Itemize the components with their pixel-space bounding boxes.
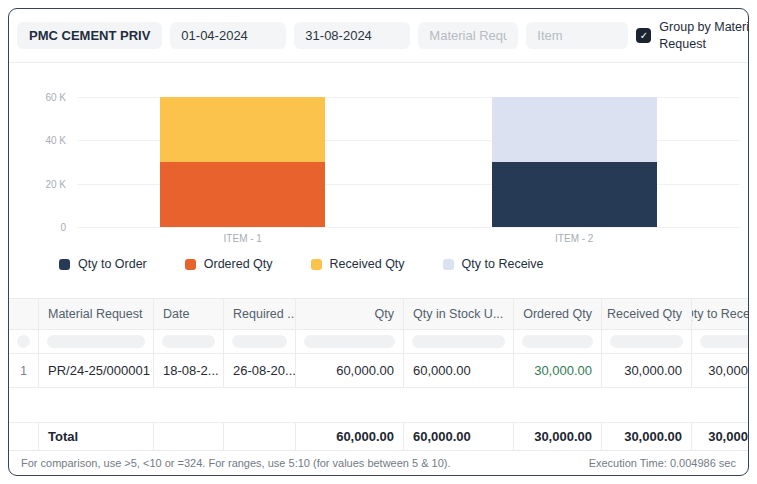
- filter-cell: [296, 330, 404, 353]
- column-filter-input[interactable]: [162, 335, 215, 348]
- column-header[interactable]: Qty to Receive: [692, 299, 748, 329]
- total-cell: [154, 423, 224, 450]
- total-cell: 30,000.00: [692, 423, 748, 450]
- filter-cell: [602, 330, 692, 353]
- chart-bars: [77, 97, 740, 227]
- table-cell[interactable]: PR/24-25/000001: [39, 354, 154, 387]
- column-filter-input[interactable]: [304, 335, 395, 348]
- material-request-input[interactable]: [418, 22, 518, 49]
- column-header[interactable]: Required ...: [224, 299, 296, 329]
- table-header-row: Material RequestDateRequired ...QtyQty i…: [9, 299, 748, 330]
- table-cell[interactable]: 26-08-20...: [224, 354, 296, 387]
- execution-time-text: Execution Time: 0.004986 sec: [589, 457, 736, 469]
- total-cell: 60,000.00: [296, 423, 404, 450]
- column-header[interactable]: Material Request: [39, 299, 154, 329]
- table-total-row: Total60,000.0060,000.0030,000.0030,000.0…: [9, 422, 748, 450]
- report-datatable: Material RequestDateRequired ...QtyQty i…: [9, 298, 748, 450]
- table-row: 1PR/24-25/00000118-08-2...26-08-20...60,…: [9, 354, 748, 388]
- total-cell: 60,000.00: [404, 423, 514, 450]
- chart-gridline: [77, 227, 740, 228]
- legend-item: Ordered Qty: [185, 257, 273, 271]
- filter-cell: [514, 330, 602, 353]
- filter-cell: [692, 330, 748, 353]
- legend-label: Qty to Receive: [462, 257, 544, 271]
- table-cell[interactable]: 60,000.00: [404, 354, 514, 387]
- table-empty-space: [9, 388, 748, 422]
- column-filter-input[interactable]: [412, 335, 505, 348]
- stacked-bar-chart: 60 K40 K20 K0 ITEM - 1ITEM - 2 Qty to Or…: [9, 63, 748, 272]
- total-index-cell: [9, 423, 39, 450]
- item-input[interactable]: [526, 22, 628, 49]
- table-filter-row: [9, 330, 748, 354]
- column-filter-input[interactable]: [700, 335, 748, 348]
- chart-ytick-label: 40 K: [45, 135, 66, 146]
- column-filter-input[interactable]: [610, 335, 683, 348]
- status-footer: For comparison, use >5, <10 or =324. For…: [9, 450, 748, 475]
- total-cell: 30,000.00: [602, 423, 692, 450]
- chart-xtick-label: ITEM - 2: [409, 233, 741, 244]
- row-select-filter[interactable]: [17, 335, 30, 348]
- chart-xtick-label: ITEM - 1: [77, 233, 409, 244]
- filter-toolbar: PMC CEMENT PRIV ✓ Group by Material Requ…: [9, 9, 748, 63]
- bar-segment[interactable]: [160, 97, 325, 162]
- column-header[interactable]: Qty: [296, 299, 404, 329]
- from-date-input[interactable]: [170, 22, 286, 49]
- table-cell[interactable]: 30,000.00: [514, 354, 602, 387]
- table-cell[interactable]: 60,000.00: [296, 354, 404, 387]
- legend-label: Received Qty: [330, 257, 405, 271]
- to-date-input[interactable]: [294, 22, 410, 49]
- legend-item: Qty to Receive: [443, 257, 544, 271]
- total-cell: 30,000.00: [514, 423, 602, 450]
- bar-column: [77, 97, 409, 227]
- legend-label: Qty to Order: [78, 257, 147, 271]
- report-card: PMC CEMENT PRIV ✓ Group by Material Requ…: [8, 8, 749, 476]
- table-cell[interactable]: 30,000.00: [602, 354, 692, 387]
- bar-segment[interactable]: [492, 162, 657, 227]
- bar-segment[interactable]: [492, 97, 657, 162]
- column-filter-input[interactable]: [232, 335, 287, 348]
- company-filter-button[interactable]: PMC CEMENT PRIV: [17, 22, 162, 49]
- column-header[interactable]: [9, 299, 39, 329]
- chart-plot: 60 K40 K20 K0: [77, 97, 740, 227]
- group-by-control: ✓ Group by Material Request: [636, 19, 749, 53]
- legend-item: Received Qty: [311, 257, 405, 271]
- legend-swatch: [185, 259, 196, 270]
- legend-swatch: [59, 259, 70, 270]
- bar-column: [409, 97, 741, 227]
- total-cell: Total: [39, 423, 154, 450]
- filter-cell: [9, 330, 39, 353]
- table-cell[interactable]: 30,000.00: [692, 354, 748, 387]
- group-by-label: Group by Material Request: [659, 19, 749, 53]
- filter-cell: [224, 330, 296, 353]
- bar-item-2[interactable]: [492, 97, 657, 227]
- filter-cell: [154, 330, 224, 353]
- comparison-hint-text: For comparison, use >5, <10 or =324. For…: [21, 457, 451, 469]
- chart-x-axis: ITEM - 1ITEM - 2: [77, 233, 740, 244]
- column-filter-input[interactable]: [522, 335, 593, 348]
- chart-ytick-label: 60 K: [45, 92, 66, 103]
- legend-label: Ordered Qty: [204, 257, 273, 271]
- chart-ytick-label: 0: [60, 222, 66, 233]
- chart-legend: Qty to OrderOrdered QtyReceived QtyQty t…: [59, 256, 748, 272]
- table-cell[interactable]: 18-08-2...: [154, 354, 224, 387]
- legend-item: Qty to Order: [59, 257, 147, 271]
- filter-cell: [39, 330, 154, 353]
- bar-item-1[interactable]: [160, 97, 325, 227]
- filter-cell: [404, 330, 514, 353]
- bar-segment[interactable]: [160, 162, 325, 227]
- column-header[interactable]: Date: [154, 299, 224, 329]
- column-header[interactable]: Qty in Stock U...: [404, 299, 514, 329]
- column-filter-input[interactable]: [47, 335, 145, 348]
- legend-swatch: [311, 259, 322, 270]
- total-cell: [224, 423, 296, 450]
- column-header[interactable]: Ordered Qty: [514, 299, 602, 329]
- chart-ytick-label: 20 K: [45, 178, 66, 189]
- column-header[interactable]: Received Qty: [602, 299, 692, 329]
- group-by-checkbox-checked[interactable]: ✓: [636, 28, 651, 43]
- legend-swatch: [443, 259, 454, 270]
- row-index-cell: 1: [9, 354, 39, 387]
